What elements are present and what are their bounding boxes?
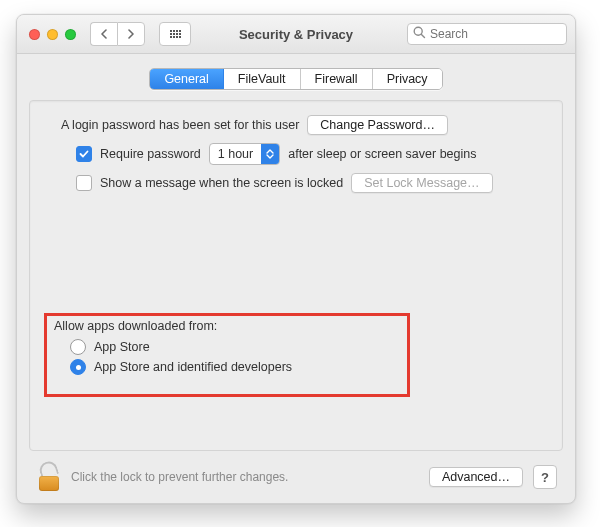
close-window-button[interactable]	[29, 29, 40, 40]
require-password-checkbox[interactable]	[76, 146, 92, 162]
tab-general[interactable]: General	[150, 69, 223, 89]
allow-appstore-row: App Store	[70, 339, 292, 355]
tab-filevault[interactable]: FileVault	[224, 69, 301, 89]
lock-button[interactable]	[37, 463, 61, 491]
set-lock-message-button[interactable]: Set Lock Message…	[351, 173, 492, 193]
zoom-window-button[interactable]	[65, 29, 76, 40]
lock-hint-text: Click the lock to prevent further change…	[71, 470, 288, 484]
content-panel: A login password has been set for this u…	[29, 100, 563, 503]
grid-icon	[170, 30, 181, 38]
require-password-tail: after sleep or screen saver begins	[288, 147, 476, 161]
allow-appstore-label: App Store	[94, 340, 150, 354]
change-password-button[interactable]: Change Password…	[307, 115, 448, 135]
minimize-window-button[interactable]	[47, 29, 58, 40]
require-delay-value: 1 hour	[210, 147, 261, 161]
allow-appstore-radio[interactable]	[70, 339, 86, 355]
footer: Click the lock to prevent further change…	[29, 451, 563, 503]
lock-body-icon	[39, 476, 59, 491]
login-password-row: A login password has been set for this u…	[61, 115, 544, 135]
tab-firewall[interactable]: Firewall	[301, 69, 373, 89]
search-field-wrap	[407, 23, 567, 45]
show-all-button[interactable]	[159, 22, 191, 46]
allow-identified-row: App Store and identified developers	[70, 359, 292, 375]
search-input[interactable]	[407, 23, 567, 45]
tab-privacy[interactable]: Privacy	[373, 69, 442, 89]
allow-apps-section: Allow apps downloaded from: App Store Ap…	[54, 319, 292, 379]
show-message-checkbox[interactable]	[76, 175, 92, 191]
general-pane: A login password has been set for this u…	[29, 100, 563, 451]
allow-apps-heading: Allow apps downloaded from:	[54, 319, 292, 333]
check-icon	[79, 149, 89, 159]
search-icon	[413, 26, 426, 42]
login-password-text: A login password has been set for this u…	[61, 118, 299, 132]
window-controls	[25, 29, 76, 40]
advanced-button[interactable]: Advanced…	[429, 467, 523, 487]
chevron-left-icon	[100, 29, 108, 39]
require-password-label: Require password	[100, 147, 201, 161]
preferences-window: Security & Privacy General FileVault Fir…	[16, 14, 576, 504]
forward-button[interactable]	[117, 22, 145, 46]
show-message-row: Show a message when the screen is locked…	[76, 173, 544, 193]
tab-row: General FileVault Firewall Privacy	[17, 54, 575, 100]
tab-segment: General FileVault Firewall Privacy	[149, 68, 442, 90]
titlebar: Security & Privacy	[17, 15, 575, 54]
allow-identified-label: App Store and identified developers	[94, 360, 292, 374]
allow-identified-radio[interactable]	[70, 359, 86, 375]
svg-line-1	[421, 34, 424, 37]
show-message-label: Show a message when the screen is locked	[100, 176, 343, 190]
require-delay-select[interactable]: 1 hour	[209, 143, 280, 165]
require-password-row: Require password 1 hour after sleep or s…	[76, 143, 544, 165]
help-button[interactable]: ?	[533, 465, 557, 489]
chevron-right-icon	[127, 29, 135, 39]
nav-buttons	[90, 22, 145, 46]
back-button[interactable]	[90, 22, 117, 46]
stepper-icon	[261, 144, 279, 164]
